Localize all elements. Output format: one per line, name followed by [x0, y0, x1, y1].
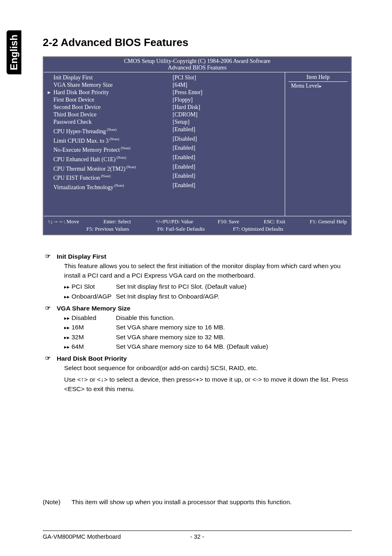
language-tab: English [7, 30, 21, 74]
option-heading-hd-boot: ☞ Hard Disk Boot Priority [53, 354, 352, 363]
bios-subheader: Advanced BIOS Features [44, 65, 351, 72]
bios-setting-value[interactable]: [Press Enter] [173, 89, 203, 96]
note-marker: (Note) [113, 183, 124, 188]
option-value-desc: Set VGA share memory size to 64 MB. (Def… [116, 342, 268, 351]
note-marker: (Note) [106, 127, 117, 132]
option-heading-init-display: ☞ Init Display First [53, 252, 352, 261]
double-arrow-icon: ▸▸ [64, 324, 70, 331]
bios-setting-value[interactable]: [Enabled] [173, 172, 195, 182]
note-marker: (Note) [115, 155, 126, 160]
bios-setting-value[interactable]: [Enabled] [173, 126, 195, 135]
double-arrow-icon: ▸▸ [64, 344, 70, 350]
bios-setting-row[interactable]: Virtualization Technology (Note)[Enabled… [53, 182, 281, 191]
bios-setting-row[interactable]: Init Display First[PCI Slot] [53, 74, 281, 81]
bios-setting-row[interactable]: No-Execute Memory Protect (Note)[Enabled… [53, 144, 281, 154]
bios-setting-label: VGA Share Memory Size [53, 81, 173, 89]
bios-setting-value[interactable]: [Enabled] [173, 163, 195, 173]
section-heading: 2-2 Advanced BIOS Features [43, 36, 352, 49]
option-description: Select boot sequence for onboard(or add-… [64, 363, 352, 373]
option-value-desc: Set VGA share memory size to 32 MB. [116, 332, 225, 342]
bios-help-panel: Item Help Menu Level [285, 72, 351, 216]
option-descriptions: ☞ Init Display First This feature allows… [53, 252, 352, 394]
bios-setting-value[interactable]: [Setup] [173, 118, 189, 126]
footer-model: GA-VM800PMC Motherboard [43, 533, 146, 540]
bios-setting-value[interactable]: [Enabled] [173, 182, 195, 191]
chevron-right-icon [319, 83, 322, 89]
bios-setting-value[interactable]: [CDROM] [173, 111, 198, 118]
option-value-row: ▸▸Onboard/AGPSet Init display first to O… [64, 292, 352, 301]
pointer-icon: ☞ [43, 303, 53, 313]
option-value-key: ▸▸64M [64, 342, 116, 351]
bios-settings-list: Init Display First[PCI Slot]VGA Share Me… [44, 72, 285, 216]
bios-setting-label: CPU EIST Function (Note) [53, 172, 173, 182]
bios-setting-row[interactable]: CPU EIST Function (Note)[Enabled] [53, 172, 281, 182]
note-marker: (Note) [120, 146, 131, 150]
option-value-row: ▸▸64MSet VGA share memory size to 64 MB.… [64, 342, 352, 351]
submenu-pointer-icon: ▸ [48, 89, 51, 96]
bios-setting-row[interactable]: CPU Hyper-Threading (Note)[Enabled] [53, 126, 281, 135]
bios-setting-value[interactable]: [Enabled] [173, 144, 195, 154]
bios-setting-label: Virtualization Technology (Note) [53, 182, 173, 191]
bios-setting-label: Init Display First [53, 74, 173, 81]
bios-setting-label: First Boot Device [53, 96, 173, 104]
option-value-key: ▸▸32M [64, 332, 116, 342]
bios-setting-value[interactable]: [Enabled] [173, 154, 195, 163]
bios-setting-row[interactable]: Password Check[Setup] [53, 118, 281, 126]
bios-setting-label: Third Boot Device [53, 111, 173, 118]
option-value-row: ▸▸32MSet VGA share memory size to 32 MB. [64, 332, 352, 342]
bios-footer: ↑↓→←: Move Enter: Select +/-/PU/PD: Valu… [44, 216, 351, 234]
bios-setting-value[interactable]: [64M] [173, 81, 187, 89]
footnote: (Note) This item will show up when you i… [43, 498, 352, 506]
bios-setting-row[interactable]: CPU Thermal Monitor 2(TM2) (Note)[Enable… [53, 163, 281, 173]
key-help: F1: General Help [310, 218, 347, 225]
option-value-desc: Disable this function. [116, 313, 175, 322]
pointer-icon: ☞ [43, 252, 53, 261]
option-value-key: ▸▸16M [64, 322, 116, 332]
double-arrow-icon: ▸▸ [64, 284, 70, 290]
item-help-header: Item Help [288, 74, 348, 82]
note-marker: (Note) [100, 174, 111, 178]
option-value-row: ▸▸16MSet VGA share memory size to 16 MB. [64, 322, 352, 332]
key-value: +/-/PU/PD: Value [155, 218, 193, 225]
key-exit: ESC: Exit [264, 218, 285, 225]
option-description: This feature allows you to select the fi… [64, 261, 352, 280]
key-failsafe: F6: Fail-Safe Defaults [157, 226, 205, 232]
bios-setting-label: Limit CPUID Max. to 3 (Note) [53, 135, 173, 145]
key-move: ↑↓→←: Move [48, 218, 79, 225]
note-label: (Note) [43, 498, 71, 506]
key-save: F10: Save [218, 218, 239, 225]
key-select: Enter: Select [104, 218, 131, 225]
bios-setting-row[interactable]: Third Boot Device[CDROM] [53, 111, 281, 118]
pointer-icon: ☞ [43, 354, 53, 363]
bios-setting-label: Second Boot Device [53, 104, 173, 111]
page-footer: GA-VM800PMC Motherboard - 32 - [43, 531, 352, 540]
bios-setting-label: Password Check [53, 118, 173, 126]
option-heading-vga-share: ☞ VGA Share Memory Size [53, 303, 352, 313]
option-value-desc: Set Init display first to Onboard/AGP. [116, 292, 219, 301]
note-marker: (Note) [108, 137, 119, 141]
bios-setting-value[interactable]: [PCI Slot] [173, 74, 196, 81]
double-arrow-icon: ▸▸ [64, 334, 70, 341]
bios-setting-label: CPU Thermal Monitor 2(TM2) (Note) [53, 163, 173, 173]
option-value-key: ▸▸Disabled [64, 313, 116, 322]
option-value-row: ▸▸DisabledDisable this function. [64, 313, 352, 322]
bios-setting-label: ▸Hard Disk Boot Priority [53, 89, 173, 96]
key-optimized: F7: Optimized Defaults [233, 226, 284, 232]
bios-setting-row[interactable]: ▸Hard Disk Boot Priority[Press Enter] [53, 89, 281, 96]
page-content: 2-2 Advanced BIOS Features CMOS Setup Ut… [43, 36, 352, 395]
bios-setting-row[interactable]: CPU Enhanced Halt (C1E) (Note)[Enabled] [53, 154, 281, 163]
double-arrow-icon: ▸▸ [64, 315, 70, 321]
bios-setting-row[interactable]: Second Boot Device[Hard Disk] [53, 104, 281, 111]
bios-setting-label: CPU Enhanced Halt (C1E) (Note) [53, 154, 173, 163]
bios-setting-value[interactable]: [Disabled] [173, 135, 197, 145]
option-value-desc: Set Init display first to PCI Slot. (Def… [116, 282, 247, 291]
bios-screen: CMOS Setup Utility-Copyright (C) 1984-20… [43, 56, 352, 235]
bios-setting-value[interactable]: [Floppy] [173, 96, 193, 104]
bios-setting-value[interactable]: [Hard Disk] [173, 104, 200, 111]
key-previous: F5: Previous Values [86, 226, 129, 232]
bios-setting-row[interactable]: Limit CPUID Max. to 3 (Note)[Disabled] [53, 135, 281, 145]
bios-setting-row[interactable]: VGA Share Memory Size[64M] [53, 81, 281, 89]
bios-setting-row[interactable]: First Boot Device[Floppy] [53, 96, 281, 104]
note-marker: (Note) [125, 165, 136, 169]
option-value-desc: Set VGA share memory size to 16 MB. [116, 322, 225, 332]
